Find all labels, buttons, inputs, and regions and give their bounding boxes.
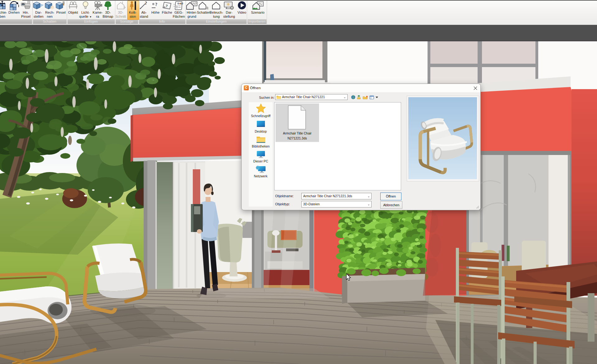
svg-text:3D: 3D <box>22 4 24 6</box>
svg-text:?: ? <box>166 3 168 8</box>
